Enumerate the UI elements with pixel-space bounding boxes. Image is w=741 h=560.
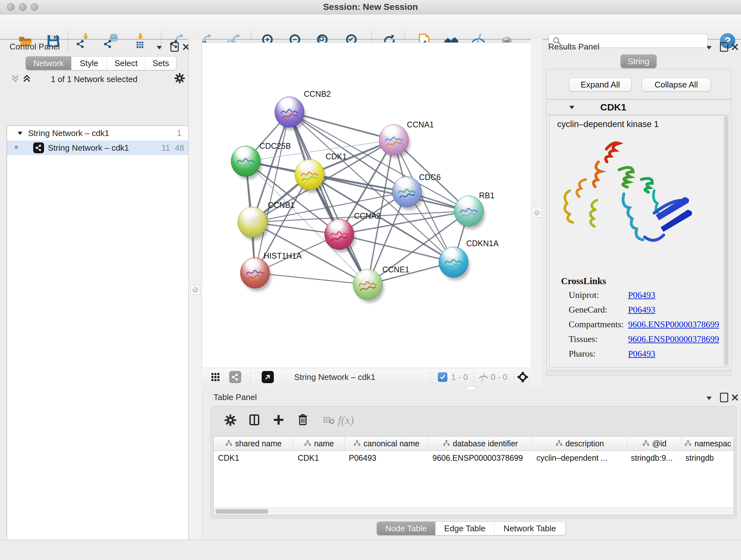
node-table-header: shared name name canonical name database… — [213, 436, 734, 451]
show-columns-icon[interactable] — [248, 414, 261, 426]
control-panel: Control Panel Network Style Select Sets … — [0, 39, 188, 540]
column-header[interactable]: database identifier — [428, 436, 532, 450]
expand-all-networks-icon[interactable] — [22, 74, 31, 83]
splitter-handle[interactable] — [466, 386, 476, 390]
collapse-all-networks-icon[interactable] — [11, 74, 20, 83]
crosslink-pharos-link[interactable]: P06493 — [628, 349, 656, 359]
tree-expand-icon[interactable] — [17, 130, 23, 137]
create-column-icon[interactable] — [272, 414, 285, 426]
delete-table-icon[interactable] — [323, 416, 335, 425]
tab-network-table[interactable]: Network Table — [494, 522, 565, 535]
function-builder-button[interactable]: f(x) — [338, 414, 354, 427]
panel-menu-icon[interactable] — [705, 394, 713, 402]
crosslink-uniprot-link[interactable]: P06493 — [628, 290, 656, 300]
vertical-splitter-right[interactable] — [531, 39, 542, 390]
collection-count: 1 — [177, 128, 182, 138]
network-edge[interactable] — [255, 112, 289, 273]
netbar-separator — [430, 371, 430, 383]
selected-checkbox-icon[interactable] — [438, 372, 448, 382]
collapse-all-button[interactable]: Collapse All — [642, 78, 711, 91]
control-panel-tabs: Network Style Select Sets — [25, 56, 177, 70]
panel-float-icon[interactable] — [171, 42, 179, 52]
results-vertical-scrollbar[interactable] — [724, 115, 729, 367]
panel-menu-icon[interactable] — [705, 44, 713, 51]
cell-database-identifier[interactable]: 9606.ENSP00000378699 — [428, 453, 532, 462]
view-grid-icon[interactable] — [211, 372, 220, 382]
gene-detail-box: cyclin–dependent kinase 1 — [549, 115, 725, 368]
crosslink-compartments-link[interactable]: 9606.ENSP00000378699 — [628, 319, 719, 329]
panel-close-icon[interactable] — [731, 393, 739, 401]
node-label: CCNB1 — [268, 200, 295, 209]
tab-style[interactable]: Style — [71, 57, 107, 70]
crosslink-label: Tissues: — [569, 334, 598, 344]
column-header[interactable]: name — [293, 436, 345, 450]
network-collection-row[interactable]: String Network – cdk1 1 — [7, 126, 189, 140]
birdseye-navigator-icon[interactable] — [517, 371, 529, 383]
table-panel-title: Table Panel — [213, 392, 257, 402]
node-label: RB1 — [479, 191, 495, 200]
tab-node-table[interactable]: Node Table — [377, 522, 435, 535]
network-view-title: String Network – cdk1 — [294, 372, 375, 382]
column-header[interactable]: @id — [627, 436, 682, 450]
table-type-tabs: Node Table Edge Table Network Table — [377, 521, 565, 536]
network-canvas[interactable]: CCNB2CCNA1CDC25BCDK1CDC6RB1CCNB1CCNA2CDK… — [202, 43, 531, 368]
tab-network[interactable]: Network — [26, 57, 71, 70]
cell-description[interactable]: cyclin–dependent ... — [532, 453, 626, 462]
panel-close-icon[interactable] — [731, 43, 739, 51]
crosslink-tissues-link[interactable]: 9606.ENSP00000378699 — [628, 334, 719, 344]
table-row[interactable]: CDK1 CDK1 P06493 9606.ENSP00000378699 cy… — [213, 451, 734, 465]
tab-edge-table[interactable]: Edge Table — [435, 522, 494, 535]
gene-collapse-icon[interactable] — [568, 104, 576, 111]
cell-canonical-name[interactable]: P06493 — [344, 453, 428, 462]
current-network-dot-icon: ● — [14, 142, 19, 151]
tab-string[interactable]: String — [621, 55, 657, 68]
panel-float-icon[interactable] — [720, 393, 728, 402]
tab-sets[interactable]: Sets — [145, 57, 176, 70]
results-panel-title: Results Panel — [548, 42, 599, 52]
crosslink-genecard-link[interactable]: P06493 — [628, 305, 656, 315]
panel-float-icon[interactable] — [720, 42, 728, 52]
table-gear-icon[interactable] — [224, 414, 237, 426]
zoom-window-button[interactable] — [30, 3, 38, 11]
string-style-icon[interactable] — [229, 371, 241, 383]
results-panel-tabs: String — [620, 54, 657, 68]
splitter-handle[interactable] — [532, 208, 542, 217]
tab-select[interactable]: Select — [107, 57, 145, 70]
detach-view-button[interactable] — [262, 371, 274, 383]
splitter-handle[interactable] — [191, 285, 200, 295]
network-label: String Network – cdk1 — [48, 143, 129, 153]
window-title: Session: New Session — [0, 0, 741, 14]
column-header[interactable]: canonical name — [345, 436, 428, 450]
close-window-button[interactable] — [7, 3, 15, 11]
node-label: CDC25B — [259, 141, 291, 150]
network-options-gear-icon[interactable] — [174, 73, 185, 84]
cell-id[interactable]: stringdb:9... — [626, 453, 681, 462]
cell-name[interactable]: CDK1 — [293, 453, 344, 462]
main-toolbar: ? — [0, 14, 741, 40]
column-header[interactable]: description — [533, 436, 627, 450]
node-label: CCNE1 — [382, 265, 409, 274]
title-bar: Session: New Session — [0, 0, 741, 14]
gene-header-row[interactable]: CDK1 — [547, 100, 731, 115]
crosslinks-title: CrossLinks — [561, 276, 606, 287]
panel-menu-icon[interactable] — [155, 44, 163, 51]
network-edge-count: 48 — [175, 143, 184, 153]
column-header[interactable]: shared name — [213, 436, 293, 450]
cell-shared-name[interactable]: CDK1 — [213, 453, 293, 462]
table-horizontal-scrollbar[interactable] — [213, 508, 734, 515]
cell-namespace[interactable]: stringdb — [681, 453, 733, 462]
scrollbar-thumb[interactable] — [215, 509, 268, 514]
node-label: CDK1 — [326, 152, 347, 161]
control-panel-title: Control Panel — [10, 42, 60, 52]
node-table: shared name name canonical name database… — [213, 436, 734, 515]
network-edge[interactable] — [339, 234, 454, 262]
minimize-window-button[interactable] — [19, 3, 26, 11]
vertical-splitter-left[interactable] — [188, 39, 202, 540]
expand-all-button[interactable]: Expand All — [569, 78, 631, 91]
crosslink-label: Uniprot: — [569, 290, 599, 300]
results-buttons-box: Expand All Collapse All — [546, 69, 731, 99]
network-row-selected[interactable]: ● String Network – cdk1 11 48 — [7, 140, 189, 155]
results-horizontal-scrollbar[interactable] — [546, 371, 731, 376]
delete-column-icon[interactable] — [296, 414, 309, 426]
column-header[interactable]: namespac — [682, 436, 734, 450]
